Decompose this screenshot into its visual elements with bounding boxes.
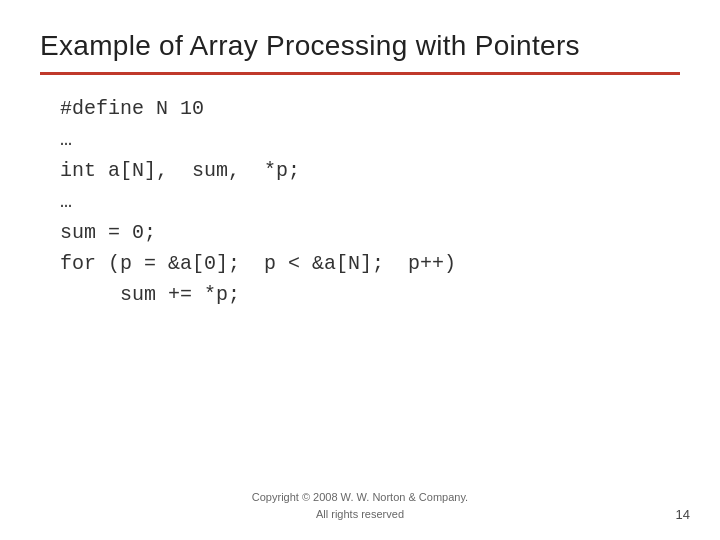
slide-number: 14 xyxy=(676,507,690,522)
code-line-4: … xyxy=(60,186,680,217)
slide-title: Example of Array Processing with Pointer… xyxy=(40,30,680,62)
title-section: Example of Array Processing with Pointer… xyxy=(40,30,680,75)
code-block: #define N 10 … int a[N], sum, *p; … sum … xyxy=(40,93,680,310)
slide-container: Example of Array Processing with Pointer… xyxy=(0,0,720,540)
footer: Copyright © 2008 W. W. Norton & Company.… xyxy=(0,489,720,522)
code-line-1: #define N 10 xyxy=(60,93,680,124)
footer-line1: Copyright © 2008 W. W. Norton & Company. xyxy=(252,491,468,503)
code-line-2: … xyxy=(60,124,680,155)
footer-line2: All rights reserved xyxy=(316,508,404,520)
code-line-3: int a[N], sum, *p; xyxy=(60,155,680,186)
code-line-5: sum = 0; xyxy=(60,217,680,248)
code-line-7: sum += *p; xyxy=(60,279,680,310)
footer-text: Copyright © 2008 W. W. Norton & Company.… xyxy=(0,489,720,522)
code-line-6: for (p = &a[0]; p < &a[N]; p++) xyxy=(60,248,680,279)
